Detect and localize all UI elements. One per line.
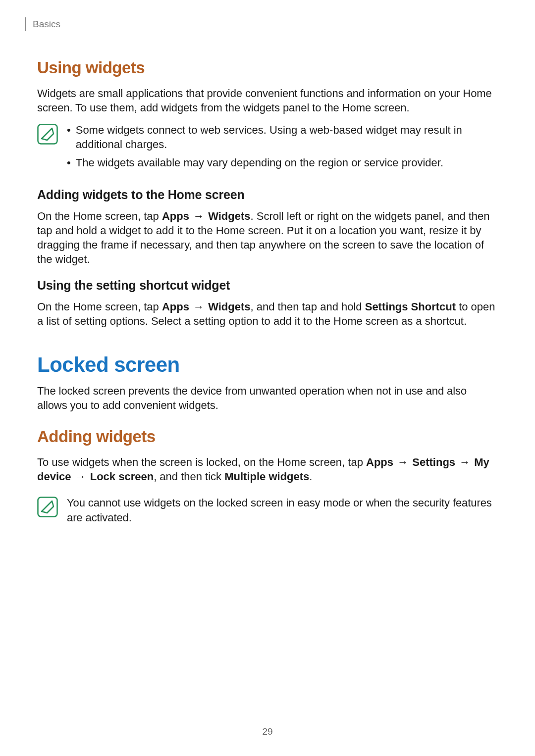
manual-page: Basics Using widgets Widgets are small a… <box>0 0 535 756</box>
bold-segment: Multiple widgets <box>224 470 309 483</box>
section-adding-widgets-title: Adding widgets <box>37 427 498 446</box>
text-segment: On the Home screen, tap <box>37 210 162 222</box>
note-bullet-1: • Some widgets connect to web services. … <box>67 123 498 151</box>
arrow-segment: → <box>393 456 412 468</box>
bold-segment: Settings <box>412 456 455 468</box>
bold-segment: Settings Shortcut <box>365 301 456 313</box>
section-using-widgets-title: Using widgets <box>37 58 498 77</box>
note-bullet-2: • The widgets available may vary dependi… <box>67 155 498 170</box>
subsection-adding-widgets-home-body: On the Home screen, tap Apps → Widgets. … <box>37 209 498 266</box>
arrow-segment: → <box>455 456 474 468</box>
subsection-setting-shortcut-body: On the Home screen, tap Apps → Widgets, … <box>37 300 498 328</box>
note-block-locked: You cannot use widgets on the locked scr… <box>37 496 498 524</box>
text-segment: On the Home screen, tap <box>37 301 162 313</box>
arrow-segment: → <box>189 301 208 313</box>
bold-segment: Lock screen <box>90 470 154 483</box>
note-content: • Some widgets connect to web services. … <box>67 123 498 174</box>
note-content: You cannot use widgets on the locked scr… <box>67 496 498 524</box>
bold-segment: Apps <box>162 210 189 222</box>
bullet-dot-icon: • <box>67 123 71 137</box>
text-segment: . <box>309 470 312 483</box>
note-icon <box>37 124 58 147</box>
header-category: Basics <box>33 19 60 30</box>
note-locked-text: You cannot use widgets on the locked scr… <box>67 496 498 524</box>
bold-segment: Widgets <box>208 301 250 313</box>
section-adding-widgets-body: To use widgets when the screen is locked… <box>37 455 498 484</box>
section-locked-screen-intro: The locked screen prevents the device fr… <box>37 384 498 412</box>
subsection-adding-widgets-home-title: Adding widgets to the Home screen <box>37 188 498 202</box>
svg-rect-1 <box>38 498 57 517</box>
note-icon <box>37 497 58 519</box>
subsection-setting-shortcut-title: Using the setting shortcut widget <box>37 278 498 293</box>
header-separator <box>25 17 26 31</box>
note-bullet-1-text: Some widgets connect to web services. Us… <box>76 123 498 151</box>
page-number: 29 <box>0 726 535 737</box>
text-segment: To use widgets when the screen is locked… <box>37 456 366 468</box>
section-using-widgets-intro: Widgets are small applications that prov… <box>37 86 498 115</box>
bold-segment: Apps <box>366 456 393 468</box>
note-block-widgets: • Some widgets connect to web services. … <box>37 123 498 174</box>
bullet-dot-icon: • <box>67 155 71 170</box>
section-locked-screen-title: Locked screen <box>37 353 498 377</box>
text-segment: , and then tick <box>154 470 224 483</box>
note-bullet-2-text: The widgets available may vary depending… <box>76 155 443 170</box>
arrow-segment: → <box>71 470 90 483</box>
text-segment: , and then tap and hold <box>251 301 365 313</box>
bold-segment: Widgets <box>208 210 250 222</box>
bold-segment: Apps <box>162 301 189 313</box>
svg-rect-0 <box>38 125 57 144</box>
arrow-segment: → <box>189 210 208 222</box>
page-header: Basics <box>37 17 498 31</box>
